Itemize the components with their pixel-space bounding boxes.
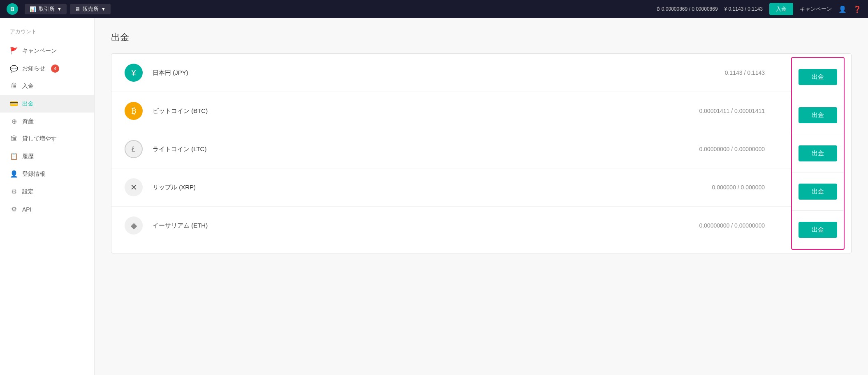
jpy-icon: ¥ [125, 64, 143, 82]
shop-label: 販売所 [83, 5, 99, 13]
eth-name: イーサリアム (ETH) [153, 222, 689, 230]
btc-balance: 0.00001411 / 0.00001411 [699, 108, 765, 114]
profile-icon: 👤 [10, 170, 18, 178]
withdraw-button-ltc[interactable]: 出金 [799, 145, 837, 161]
withdraw-btn-cell-ltc: 出金 [792, 134, 844, 173]
jpy-balance: ¥ 0.1143 / 0.1143 [724, 6, 763, 12]
sidebar-item-campaign[interactable]: 🚩 キャンペーン [0, 42, 94, 60]
eth-icon: ◆ [125, 216, 143, 235]
logo[interactable]: B [7, 3, 18, 15]
user-icon[interactable]: 👤 [838, 5, 847, 13]
exchange-tab[interactable]: 📊 取引所 ▼ [25, 4, 67, 14]
top-navigation: B 📊 取引所 ▼ 🖥 販売所 ▼ ₿ 0.00000869 / 0.00000… [0, 0, 868, 18]
shop-icon: 🖥 [75, 6, 80, 12]
sidebar-campaign-label: キャンペーン [22, 47, 57, 55]
btc-name: ビットコイン (BTC) [153, 107, 689, 115]
shop-tab[interactable]: 🖥 販売所 ▼ [70, 4, 111, 14]
shop-dropdown-icon: ▼ [101, 7, 106, 12]
sidebar-deposit-label: 入金 [22, 83, 34, 90]
help-icon[interactable]: ❓ [853, 5, 861, 13]
assets-icon: ⊕ [10, 117, 18, 125]
ltc-name: ライトコイン (LTC) [153, 145, 689, 153]
settings-icon: ⚙ [10, 188, 18, 196]
deposit-icon: 🏛 [10, 83, 18, 90]
ltc-icon: Ł [125, 140, 143, 158]
xrp-icon: ✕ [125, 178, 143, 196]
withdraw-button-jpy[interactable]: 出金 [799, 69, 837, 85]
currency-row-btc: ₿ ビットコイン (BTC) 0.00001411 / 0.00001411 [111, 92, 791, 130]
sidebar-item-profile[interactable]: 👤 登録情報 [0, 165, 94, 183]
sidebar-settings-label: 設定 [22, 188, 34, 196]
notices-badge: 4 [51, 64, 59, 73]
api-icon: ⚙ [10, 205, 18, 213]
page-layout: アカウント 🚩 キャンペーン 💬 お知らせ 4 🏛 入金 💳 出金 ⊕ 資産 🏛… [0, 18, 868, 375]
currency-row-eth: ◆ イーサリアム (ETH) 0.00000000 / 0.00000000 [111, 207, 791, 244]
sidebar-item-settings[interactable]: ⚙ 設定 [0, 183, 94, 200]
currency-row-ltc: Ł ライトコイン (LTC) 0.00000000 / 0.00000000 [111, 130, 791, 168]
withdraw-button-eth[interactable]: 出金 [799, 222, 837, 238]
sidebar-notices-label: お知らせ [22, 65, 45, 72]
btc-balance: ₿ 0.00000869 / 0.00000869 [657, 6, 718, 12]
page-title: 出金 [111, 31, 852, 44]
xrp-name: リップル (XRP) [153, 184, 702, 191]
sidebar: アカウント 🚩 キャンペーン 💬 お知らせ 4 🏛 入金 💳 出金 ⊕ 資産 🏛… [0, 18, 95, 375]
sidebar-item-history[interactable]: 📋 履歴 [0, 147, 94, 165]
campaign-icon: 🚩 [10, 47, 18, 55]
withdraw-btn-cell-btc: 出金 [792, 96, 844, 134]
withdraw-btn-cell-jpy: 出金 [792, 58, 844, 96]
sidebar-section-title: アカウント [0, 28, 94, 42]
notices-icon: 💬 [10, 65, 18, 73]
jpy-balance: 0.1143 / 0.1143 [725, 69, 765, 76]
withdraw-button-xrp[interactable]: 出金 [799, 184, 837, 200]
exchange-label: 取引所 [39, 5, 55, 13]
sidebar-item-api[interactable]: ⚙ API [0, 200, 94, 218]
sidebar-assets-label: 資産 [22, 118, 34, 125]
lend-icon: 🏛 [10, 135, 18, 143]
ltc-balance: 0.00000000 / 0.00000000 [699, 146, 765, 152]
exchange-dropdown-icon: ▼ [57, 7, 62, 12]
eth-balance: 0.00000000 / 0.00000000 [699, 222, 765, 229]
campaign-link[interactable]: キャンペーン [800, 5, 832, 13]
sidebar-item-assets[interactable]: ⊕ 資産 [0, 113, 94, 130]
sidebar-profile-label: 登録情報 [22, 170, 45, 178]
sidebar-item-deposit[interactable]: 🏛 入金 [0, 78, 94, 95]
currency-row-xrp: ✕ リップル (XRP) 0.000000 / 0.000000 [111, 168, 791, 207]
sidebar-item-lend[interactable]: 🏛 貸して増やす [0, 130, 94, 147]
withdraw-icon: 💳 [10, 100, 18, 108]
withdraw-btn-cell-eth: 出金 [792, 211, 844, 249]
currency-row-jpy: ¥ 日本円 (JPY) 0.1143 / 0.1143 [111, 54, 791, 92]
btc-icon: ₿ [125, 102, 143, 120]
currency-rows: ¥ 日本円 (JPY) 0.1143 / 0.1143 ₿ ビットコイン (BT… [111, 54, 791, 253]
withdraw-btn-cell-xrp: 出金 [792, 173, 844, 211]
sidebar-item-withdraw[interactable]: 💳 出金 [0, 95, 94, 113]
sidebar-withdraw-label: 出金 [22, 100, 34, 108]
sidebar-api-label: API [22, 206, 32, 213]
xrp-balance: 0.000000 / 0.000000 [712, 184, 765, 191]
chart-icon: 📊 [30, 6, 36, 12]
sidebar-history-label: 履歴 [22, 153, 34, 160]
currency-card: ¥ 日本円 (JPY) 0.1143 / 0.1143 ₿ ビットコイン (BT… [111, 53, 852, 253]
logo-text: B [10, 6, 14, 12]
withdraw-buttons-highlight: 出金 出金 出金 出金 出金 [791, 57, 845, 250]
main-content: 出金 ¥ 日本円 (JPY) 0.1143 / 0.1143 ₿ ビットコイン … [95, 18, 868, 375]
sidebar-lend-label: 貸して増やす [22, 135, 57, 143]
sidebar-item-notices[interactable]: 💬 お知らせ 4 [0, 60, 94, 78]
jpy-name: 日本円 (JPY) [153, 69, 715, 77]
withdraw-button-btc[interactable]: 出金 [799, 107, 837, 123]
deposit-button[interactable]: 入金 [769, 3, 793, 15]
topnav-right: ₿ 0.00000869 / 0.00000869 ¥ 0.1143 / 0.1… [657, 3, 861, 15]
history-icon: 📋 [10, 152, 18, 160]
